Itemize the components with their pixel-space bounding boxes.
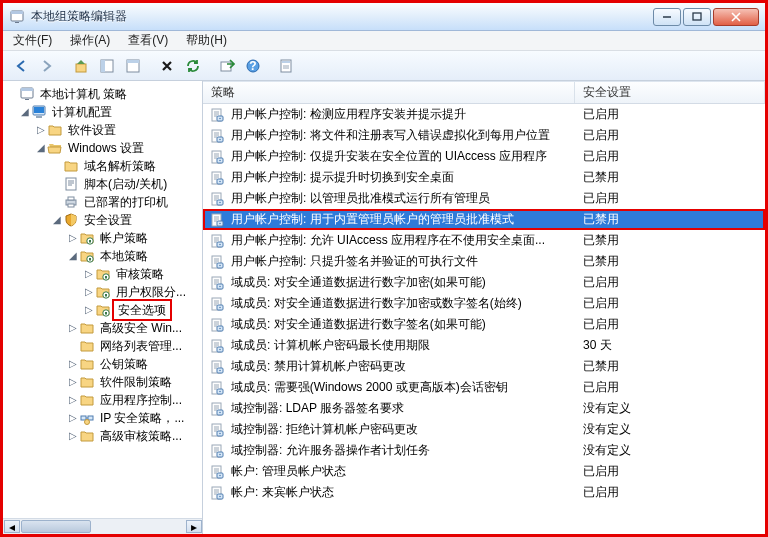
expand-toggle[interactable]: ▷ [83, 301, 94, 319]
back-button[interactable] [9, 54, 33, 78]
column-setting[interactable]: 安全设置 [575, 82, 765, 103]
policy-icon [209, 107, 225, 123]
setting-cell: 已启用 [575, 482, 765, 503]
policy-row[interactable]: 域成员: 对安全通道数据进行数字签名(如果可能)已启用 [203, 314, 765, 335]
expand-toggle[interactable]: ▷ [67, 391, 78, 409]
menu-action[interactable]: 操作(A) [66, 31, 114, 50]
policy-row[interactable]: 域成员: 对安全通道数据进行数字加密或数字签名(始终)已启用 [203, 293, 765, 314]
list-panel-button[interactable] [121, 54, 145, 78]
policy-row[interactable]: 用户帐户控制: 允许 UIAccess 应用程序在不使用安全桌面...已禁用 [203, 230, 765, 251]
setting-cell: 已启用 [575, 188, 765, 209]
tree-item[interactable]: ▷IP 安全策略，... [5, 409, 200, 427]
folder-icon [79, 392, 95, 408]
policy-name: 用户帐户控制: 允许 UIAccess 应用程序在不使用安全桌面... [231, 232, 545, 249]
expand-toggle[interactable]: ▷ [67, 409, 78, 427]
tree-item[interactable]: ▷软件设置 [5, 121, 200, 139]
policy-row[interactable]: 用户帐户控制: 检测应用程序安装并提示提升已启用 [203, 104, 765, 125]
policy-row[interactable]: 帐户: 来宾帐户状态已启用 [203, 482, 765, 503]
setting-cell: 已禁用 [575, 251, 765, 272]
tree-item[interactable]: ◢Windows 设置 [5, 139, 200, 157]
policy-row[interactable]: 帐户: 管理员帐户状态已启用 [203, 461, 765, 482]
tree-item[interactable]: 脚本(启动/关机) [5, 175, 200, 193]
policy-row[interactable]: 域成员: 需要强(Windows 2000 或更高版本)会话密钥已启用 [203, 377, 765, 398]
menu-view[interactable]: 查看(V) [124, 31, 172, 50]
policy-row[interactable]: 用户帐户控制: 以管理员批准模式运行所有管理员已启用 [203, 188, 765, 209]
policy-row[interactable]: 用户帐户控制: 提示提升时切换到安全桌面已禁用 [203, 167, 765, 188]
policy-row[interactable]: 域控制器: LDAP 服务器签名要求没有定义 [203, 398, 765, 419]
separator [267, 54, 273, 78]
policy-icon [209, 359, 225, 375]
scroll-thumb[interactable] [21, 520, 91, 533]
close-button[interactable] [713, 8, 759, 26]
tree-item[interactable]: ▷高级安全 Win... [5, 319, 200, 337]
tree-item[interactable]: 域名解析策略 [5, 157, 200, 175]
expand-toggle[interactable]: ▷ [67, 427, 78, 445]
expand-toggle[interactable]: ▷ [67, 355, 78, 373]
policy-name: 用户帐户控制: 提示提升时切换到安全桌面 [231, 169, 454, 186]
expand-toggle[interactable]: ◢ [67, 247, 78, 265]
policy-row[interactable]: 用户帐户控制: 只提升签名并验证的可执行文件已禁用 [203, 251, 765, 272]
policy-icon [209, 212, 225, 228]
scroll-right-button[interactable]: ▸ [186, 520, 202, 533]
tree-item[interactable]: ▷高级审核策略... [5, 427, 200, 445]
export-button[interactable] [215, 54, 239, 78]
tree-item[interactable]: 已部署的打印机 [5, 193, 200, 211]
scroll-track[interactable] [92, 519, 186, 534]
tree-item[interactable]: ▷帐户策略 [5, 229, 200, 247]
menu-file[interactable]: 文件(F) [9, 31, 56, 50]
tree-item[interactable]: ▷应用程序控制... [5, 391, 200, 409]
expand-toggle[interactable]: ▷ [67, 319, 78, 337]
titlebar[interactable]: 本地组策略编辑器 [3, 3, 765, 31]
up-button[interactable] [69, 54, 93, 78]
tree-item[interactable]: ▷安全选项 [5, 301, 200, 319]
shield-icon [63, 212, 79, 228]
expand-toggle[interactable]: ▷ [83, 283, 94, 301]
policy-name: 域控制器: LDAP 服务器签名要求 [231, 400, 404, 417]
expand-toggle[interactable]: ◢ [51, 211, 62, 229]
tree-item-label: 网络列表管理... [98, 337, 184, 355]
policy-row[interactable]: 域控制器: 允许服务器操作者计划任务没有定义 [203, 440, 765, 461]
policy-icon [209, 170, 225, 186]
expand-toggle[interactable]: ▷ [83, 265, 94, 283]
expand-toggle[interactable]: ▷ [67, 229, 78, 247]
folder-icon [63, 158, 79, 174]
expand-toggle[interactable]: ◢ [19, 103, 30, 121]
split-panel-button[interactable] [95, 54, 119, 78]
policy-cell: 域成员: 计算机帐户密码最长使用期限 [203, 335, 575, 356]
maximize-button[interactable] [683, 8, 711, 26]
policy-row[interactable]: 域成员: 禁用计算机帐户密码更改已禁用 [203, 356, 765, 377]
tree-item[interactable]: ▷公钥策略 [5, 355, 200, 373]
refresh-button[interactable] [181, 54, 205, 78]
tree-item[interactable]: ▷审核策略 [5, 265, 200, 283]
policy-row[interactable]: 用户帐户控制: 用于内置管理员帐户的管理员批准模式已禁用 [203, 209, 765, 230]
policy-list[interactable]: 用户帐户控制: 检测应用程序安装并提示提升已启用用户帐户控制: 将文件和注册表写… [203, 104, 765, 534]
policy-row[interactable]: 域成员: 计算机帐户密码最长使用期限30 天 [203, 335, 765, 356]
policy-row[interactable]: 域成员: 对安全通道数据进行数字加密(如果可能)已启用 [203, 272, 765, 293]
policy-row[interactable]: 用户帐户控制: 仅提升安装在安全位置的 UIAccess 应用程序已启用 [203, 146, 765, 167]
expand-toggle[interactable]: ▷ [67, 373, 78, 391]
setting-cell: 已启用 [575, 377, 765, 398]
tree-item[interactable]: 网络列表管理... [5, 337, 200, 355]
setting-cell: 已启用 [575, 146, 765, 167]
tree-item[interactable]: ◢安全设置 [5, 211, 200, 229]
help-button[interactable] [241, 54, 265, 78]
policy-row[interactable]: 用户帐户控制: 将文件和注册表写入错误虚拟化到每用户位置已启用 [203, 125, 765, 146]
forward-button[interactable] [35, 54, 59, 78]
tree-item[interactable]: ◢计算机配置 [5, 103, 200, 121]
policy-cell: 域控制器: 允许服务器操作者计划任务 [203, 440, 575, 461]
properties-button[interactable] [275, 54, 299, 78]
tree-item[interactable]: 本地计算机 策略 [5, 85, 200, 103]
column-policy[interactable]: 策略 [203, 82, 575, 103]
scroll-left-button[interactable]: ◂ [4, 520, 20, 533]
tree-hscroll[interactable]: ◂ ▸ [3, 518, 202, 534]
policy-icon [209, 296, 225, 312]
minimize-button[interactable] [653, 8, 681, 26]
policy-tree[interactable]: 本地计算机 策略◢计算机配置▷软件设置◢Windows 设置域名解析策略脚本(启… [3, 81, 202, 518]
expand-toggle[interactable]: ◢ [35, 139, 46, 157]
policy-row[interactable]: 域控制器: 拒绝计算机帐户密码更改没有定义 [203, 419, 765, 440]
tree-item[interactable]: ◢本地策略 [5, 247, 200, 265]
menu-help[interactable]: 帮助(H) [182, 31, 231, 50]
expand-toggle[interactable]: ▷ [35, 121, 46, 139]
delete-button[interactable] [155, 54, 179, 78]
tree-item[interactable]: ▷软件限制策略 [5, 373, 200, 391]
